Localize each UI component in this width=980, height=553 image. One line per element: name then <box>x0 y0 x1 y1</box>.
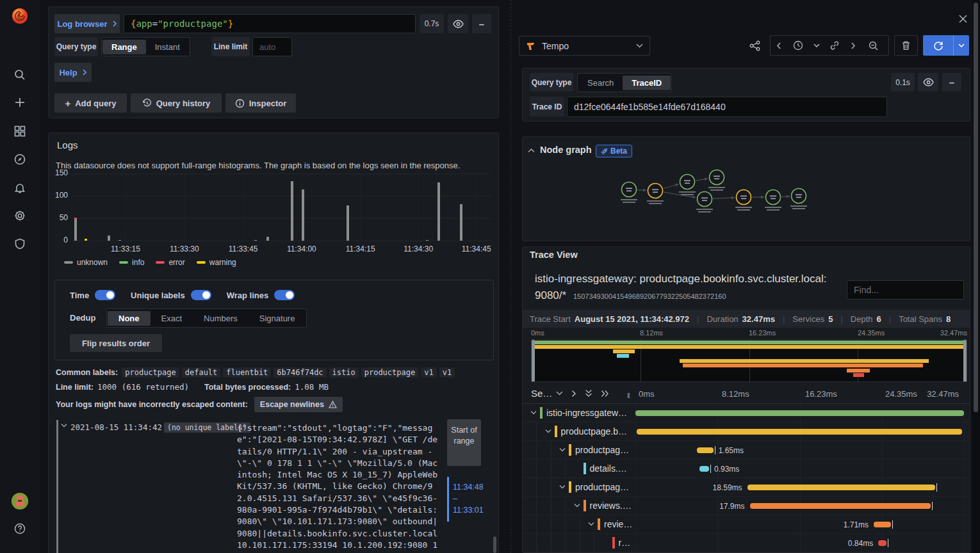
move-left-button[interactable] <box>771 36 787 55</box>
node-graph-node-7[interactable] <box>792 189 806 204</box>
dedup-option-exact[interactable]: Exact <box>151 311 193 326</box>
span-row[interactable]: productpage.b… <box>523 422 970 441</box>
share-button[interactable] <box>743 35 766 56</box>
avatar[interactable] <box>12 493 28 509</box>
node-graph-node-6[interactable] <box>766 190 781 205</box>
span-duration-bar[interactable] <box>635 410 964 416</box>
span-collapse-caret[interactable] <box>559 447 566 452</box>
node-graph-node-5[interactable] <box>737 190 751 205</box>
span-row[interactable]: istio-ingressgatew… <box>523 404 970 422</box>
legend-item[interactable]: error <box>156 258 184 267</box>
node-graph-node-0[interactable] <box>622 182 637 197</box>
span-row[interactable]: productpag…1.65ms <box>523 441 970 460</box>
collapse-all-icon[interactable] <box>585 389 592 397</box>
span-collapse-caret[interactable] <box>545 429 551 433</box>
minimap-left-handle[interactable] <box>532 340 535 382</box>
help-button[interactable]: Help <box>54 63 92 82</box>
run-query-button[interactable] <box>923 35 953 56</box>
scrollbar-thumb[interactable] <box>974 3 978 412</box>
legend-item[interactable]: info <box>119 258 144 267</box>
query-type-range[interactable]: Range <box>102 40 146 54</box>
span-duration-bar[interactable] <box>697 447 714 453</box>
span-row[interactable]: reviews.…17.9ms <box>523 497 970 515</box>
span-duration-bar[interactable] <box>699 466 709 472</box>
span-service-color-bar <box>584 500 586 511</box>
line-limit-input[interactable]: auto <box>252 37 292 56</box>
node-graph-node-1[interactable] <box>648 184 663 198</box>
span-row[interactable]: r…0.84ms <box>523 534 970 552</box>
search-icon[interactable] <box>13 68 26 81</box>
settings-gear-icon[interactable] <box>13 209 26 222</box>
left-pane-scrollbar-thumb[interactable] <box>493 536 496 553</box>
span-row[interactable]: revie…1.71ms <box>523 515 970 534</box>
toggle-switch[interactable] <box>274 290 295 300</box>
span-duration-bar[interactable] <box>878 540 886 546</box>
span-collapse-caret[interactable] <box>588 522 594 526</box>
inspector-button[interactable]: Inspector <box>225 93 296 113</box>
escape-newlines-button[interactable]: Escape newlines <box>254 397 343 412</box>
dedup-option-numbers[interactable]: Numbers <box>193 311 249 326</box>
node-graph-collapse-caret[interactable] <box>527 147 535 154</box>
tempo-toggle-visibility-button[interactable] <box>918 73 938 92</box>
toggle-switch[interactable] <box>191 290 211 300</box>
dedup-option-none[interactable]: None <box>108 311 151 326</box>
zoom-out-button[interactable] <box>862 36 885 55</box>
plus-icon[interactable] <box>13 96 26 109</box>
delete-split-button[interactable] <box>894 35 918 56</box>
trace-minimap[interactable] <box>531 339 967 382</box>
explore-compass-icon[interactable] <box>13 153 26 166</box>
minimap-right-handle[interactable] <box>963 340 967 382</box>
tempo-remove-query-button[interactable]: – <box>942 73 961 92</box>
expand-all-icon[interactable] <box>601 390 609 397</box>
tempo-query-type-search[interactable]: Search <box>578 76 623 90</box>
add-query-button[interactable]: + Add query <box>54 93 127 113</box>
span-duration-bar[interactable] <box>750 503 931 509</box>
close-split-button[interactable] <box>957 13 968 24</box>
trace-id-input[interactable]: d12fce0644fe1b585e14fde67d168440 <box>567 97 887 117</box>
legend-item[interactable]: unknown <box>64 258 108 267</box>
move-right-button[interactable] <box>845 36 862 55</box>
run-query-interval-caret[interactable] <box>953 35 969 56</box>
toggle-query-visibility-button[interactable] <box>448 14 468 33</box>
log-browser-button[interactable]: Log browser <box>54 14 120 33</box>
span-duration-bar[interactable] <box>637 429 961 435</box>
toggle-switch[interactable] <box>95 290 115 300</box>
span-collapse-caret[interactable] <box>574 503 580 508</box>
help-icon[interactable] <box>13 522 26 535</box>
scrollbar-track[interactable] <box>972 0 980 553</box>
node-graph-node-3[interactable] <box>710 170 724 185</box>
time-picker-button[interactable] <box>787 36 809 55</box>
alerting-bell-icon[interactable] <box>13 181 26 194</box>
tempo-query-type-traceid[interactable]: TraceID <box>623 76 671 90</box>
column-resize-handle[interactable]: ‖ <box>627 392 631 399</box>
datasource-picker[interactable]: Tempo <box>519 36 650 56</box>
span-row[interactable]: productpag…18.59ms <box>523 478 970 497</box>
query-history-button[interactable]: Query history <box>131 93 222 113</box>
grafana-logo[interactable] <box>10 6 29 26</box>
flip-results-order-button[interactable]: Flip results order <box>70 334 162 352</box>
trace-find-input[interactable]: Find... <box>847 280 964 300</box>
legend-item[interactable]: warning <box>197 258 236 267</box>
remove-query-button[interactable]: – <box>472 14 491 33</box>
dashboards-icon[interactable] <box>13 125 26 138</box>
sync-timeranges-button[interactable] <box>824 36 845 55</box>
logql-query-input[interactable]: {app="productpage"} <box>124 14 416 33</box>
node-graph-canvas[interactable] <box>522 160 970 238</box>
log-row-expand-caret[interactable] <box>61 423 67 428</box>
service-operation-selector[interactable]: Se… <box>531 388 563 399</box>
span-name: reviews.… <box>590 501 632 511</box>
node-graph-node-2[interactable] <box>680 175 695 189</box>
query-type-instant[interactable]: Instant <box>146 40 189 54</box>
split-pane-divider[interactable] <box>510 0 511 553</box>
span-duration-bar[interactable] <box>874 522 891 527</box>
node-graph-node-4[interactable] <box>698 192 712 207</box>
log-message[interactable]: {"stream":"stdout","logtag":"F","message… <box>237 422 441 553</box>
dedup-option-signature[interactable]: Signature <box>249 311 306 326</box>
admin-shield-icon[interactable] <box>13 237 26 250</box>
span-duration-bar[interactable] <box>747 485 936 490</box>
span-row[interactable]: details.…0.93ms <box>523 460 970 478</box>
time-picker-caret[interactable] <box>809 36 824 55</box>
chevron-right-icon[interactable] <box>571 390 576 397</box>
span-collapse-caret[interactable] <box>530 410 537 415</box>
span-collapse-caret[interactable] <box>559 485 566 489</box>
